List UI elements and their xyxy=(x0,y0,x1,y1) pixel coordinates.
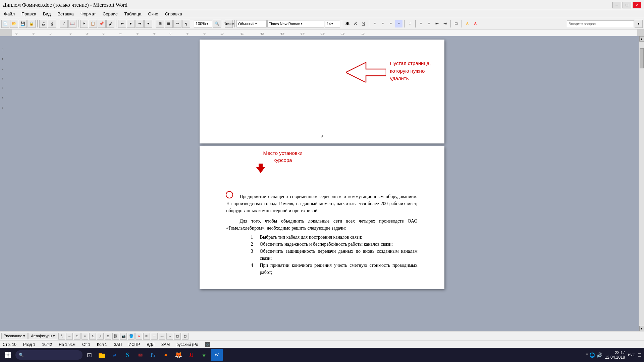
photoshop-button[interactable]: Ps xyxy=(147,349,159,361)
undo-button[interactable]: ↩ xyxy=(118,20,126,28)
menu-table[interactable]: Таблица xyxy=(121,11,144,17)
scroll-up-button[interactable]: ▲ xyxy=(639,36,644,42)
reading-button[interactable]: Чтение xyxy=(225,20,233,28)
oval-tool[interactable]: ○ xyxy=(82,333,88,340)
arrow-tool[interactable]: → xyxy=(66,333,73,340)
zoom-button[interactable]: 🔍 xyxy=(213,20,221,28)
redo-dropdown[interactable]: ▾ xyxy=(144,20,152,28)
bulleted-list-button[interactable]: ≡ xyxy=(425,20,433,27)
research-button[interactable]: 📖 xyxy=(68,20,76,28)
new-document-button[interactable]: 📄 xyxy=(1,20,9,28)
menu-window[interactable]: Окно xyxy=(145,11,161,17)
permission-button[interactable]: 🔒 xyxy=(28,20,36,28)
bold-button[interactable]: Ж xyxy=(344,20,351,27)
increase-indent-button[interactable]: ⇥ xyxy=(441,20,449,27)
menu-edit[interactable]: Правка xyxy=(19,11,39,17)
scroll-thumb[interactable] xyxy=(640,48,644,68)
font-color-button[interactable]: A xyxy=(472,20,479,27)
line-style-tool[interactable]: ─ xyxy=(151,333,158,340)
line-color-tool[interactable]: ✏ xyxy=(143,333,150,340)
firefox-button[interactable]: 🦊 xyxy=(172,349,184,361)
copy-button[interactable]: 📋 xyxy=(89,20,97,28)
autoshapes-dropdown[interactable]: Автофигуры ▾ xyxy=(29,333,57,339)
task-view-button[interactable]: ⊡ xyxy=(83,349,95,361)
highlight-button[interactable]: A xyxy=(464,20,471,27)
style-dropdown[interactable]: Обычный ▾ xyxy=(236,20,267,27)
ie-button[interactable]: e xyxy=(109,349,121,361)
menu-insert[interactable]: Вставка xyxy=(55,11,76,17)
start-button[interactable] xyxy=(1,349,15,361)
arrow-style-tool[interactable]: → xyxy=(166,333,173,340)
open-button[interactable]: 📂 xyxy=(10,20,18,28)
outside-border-button[interactable]: □ xyxy=(452,20,460,27)
zoom-dropdown[interactable]: 100% ▾ xyxy=(194,20,212,27)
align-center-button[interactable]: ≡ xyxy=(379,20,386,27)
notification-button[interactable]: □ xyxy=(638,352,641,358)
font-size-dropdown[interactable]: 14 ▾ xyxy=(325,20,340,27)
fill-color-tool[interactable]: 🪣 xyxy=(128,333,135,340)
print-button[interactable]: 🖨 xyxy=(48,20,56,28)
help-search-input[interactable] xyxy=(567,20,634,27)
font-dropdown[interactable]: Times New Roman ▾ xyxy=(267,20,324,27)
menu-help[interactable]: Справка xyxy=(162,11,185,17)
yandex-button[interactable]: Я xyxy=(185,349,197,361)
clipart-tool[interactable]: 🖼 xyxy=(112,333,119,340)
italic-button[interactable]: К xyxy=(352,20,359,27)
underline-button[interactable]: Ч xyxy=(360,20,367,27)
insert-image-tool[interactable]: 📷 xyxy=(120,333,127,340)
redo-button[interactable]: ↪ xyxy=(136,20,144,28)
line-spacing-button[interactable]: ↕ xyxy=(406,20,414,27)
volume-icon[interactable]: 🔊 xyxy=(596,352,602,358)
3d-tool[interactable]: ◻ xyxy=(182,333,189,340)
format-painter-button[interactable]: 🖌 xyxy=(106,20,114,28)
scroll-down-button[interactable]: ▼ xyxy=(639,326,644,331)
decrease-indent-button[interactable]: ⇤ xyxy=(433,20,441,27)
justify-button[interactable]: ≡ xyxy=(395,20,402,27)
text-box-tool[interactable]: A xyxy=(89,333,96,340)
drawing-dropdown[interactable]: Рисование ▾ xyxy=(1,333,28,339)
align-left-button[interactable]: ≡ xyxy=(371,20,378,27)
show-hide-button[interactable]: ¶ xyxy=(182,20,190,28)
undo-dropdown[interactable]: ▾ xyxy=(127,20,135,28)
dash-style-tool[interactable]: - - xyxy=(159,333,165,340)
word-button[interactable]: W xyxy=(211,349,223,361)
numbered-list-button[interactable]: ≡ xyxy=(417,20,425,27)
scroll-track[interactable] xyxy=(639,42,644,326)
drawing-button[interactable]: ✏ xyxy=(173,20,181,28)
tray-arrow[interactable]: ^ xyxy=(586,352,588,358)
vertical-scrollbar[interactable]: ▲ ▼ xyxy=(639,36,644,331)
close-button[interactable]: ✕ xyxy=(633,2,641,8)
app2-button[interactable]: ★ xyxy=(198,349,210,361)
table-button[interactable]: ⊞ xyxy=(156,20,164,28)
menu-file[interactable]: Файл xyxy=(1,11,17,17)
cut-button[interactable]: ✂ xyxy=(80,20,88,28)
columns-button[interactable]: ☰ xyxy=(165,20,173,28)
maximize-button[interactable]: □ xyxy=(623,2,631,8)
shadow-tool[interactable]: ◻ xyxy=(174,333,181,340)
align-right-button[interactable]: ≡ xyxy=(387,20,394,27)
network-icon[interactable]: 🌐 xyxy=(589,352,595,358)
print-preview-button[interactable]: 🖨 xyxy=(39,20,47,28)
app1-button[interactable]: ● xyxy=(160,349,172,361)
save-button[interactable]: 💾 xyxy=(19,20,27,28)
language-indicator[interactable]: РУС xyxy=(628,353,635,358)
diagram-tool[interactable]: ⊕ xyxy=(105,333,111,340)
wordart-tool[interactable]: 𝓐 xyxy=(97,333,104,340)
menu-view[interactable]: Вид xyxy=(40,11,54,17)
font-color-tool[interactable]: A xyxy=(136,333,142,340)
menu-service[interactable]: Сервис xyxy=(100,11,120,17)
mail-button[interactable]: ✉ xyxy=(134,349,146,361)
ruler-mark: ·7· xyxy=(169,32,172,35)
menu-format[interactable]: Формат xyxy=(78,11,99,17)
minimize-button[interactable]: ─ xyxy=(612,2,621,8)
line-tool[interactable]: \ xyxy=(58,333,65,340)
rectangle-tool[interactable]: □ xyxy=(74,333,80,340)
file-explorer-button[interactable] xyxy=(96,349,108,361)
taskbar-search[interactable]: 🔍 xyxy=(15,350,83,360)
paste-button[interactable]: 📌 xyxy=(98,20,106,28)
taskbar-clock[interactable]: 22:17 12.04.2018 xyxy=(605,350,625,360)
search-go-button[interactable]: ▾ xyxy=(635,20,643,28)
skype-button[interactable]: S xyxy=(121,349,133,361)
document-scroll-area[interactable]: Пустая страница,которую нужноудалить 9 М… xyxy=(5,36,639,331)
spell-check-button[interactable]: ✓ xyxy=(60,20,68,28)
